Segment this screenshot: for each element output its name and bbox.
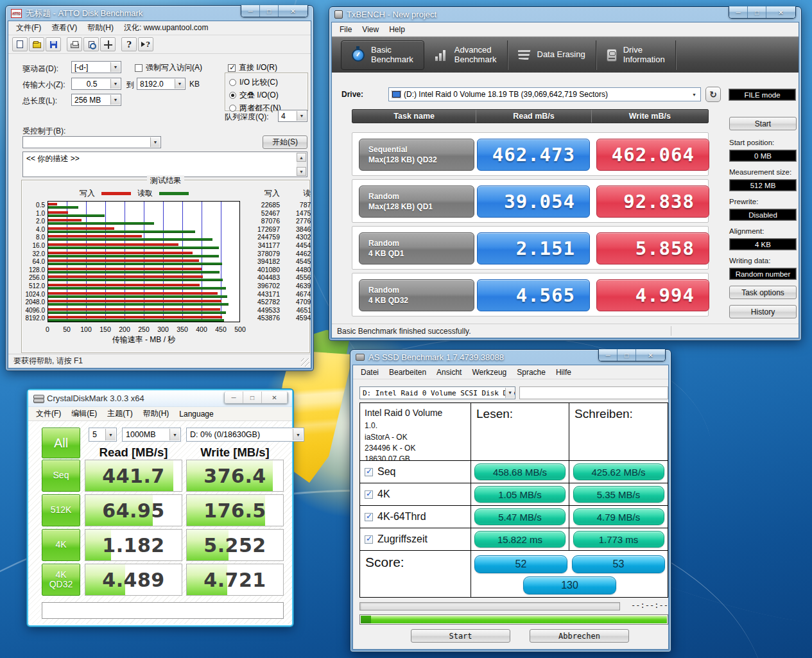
test-button-512k[interactable]: 512K (42, 494, 80, 526)
test-button-4k-qd32[interactable]: 4KQD32 (42, 564, 80, 596)
chart-row (48, 258, 239, 266)
menu-help[interactable]: 帮助(H) (82, 21, 119, 35)
total-score-badge: 130 (523, 576, 616, 594)
minimize-button[interactable]: ─ (599, 349, 618, 361)
transfer-size-label: 传输大小(Z): (22, 80, 65, 91)
controlled-by-combo[interactable]: ▼ (22, 136, 161, 148)
score-label: Score: (360, 551, 471, 597)
open-file-button[interactable] (29, 37, 44, 51)
transfer-to-combo[interactable]: 8192.0▼ (137, 78, 186, 90)
menu-language[interactable]: Sprache (512, 366, 551, 379)
close-button[interactable]: ✕ (766, 6, 795, 18)
print-preview-button[interactable] (83, 37, 99, 51)
menu-file[interactable]: 文件(F) (31, 406, 66, 421)
write-value: 443171 (239, 290, 280, 299)
drive-combo[interactable]: D: 0% (0/18630GB)▼ (186, 428, 304, 442)
start-button[interactable]: Start (411, 629, 510, 643)
run-all-button[interactable]: All (42, 428, 80, 458)
x-tick-label: 400 (196, 325, 207, 333)
close-button[interactable]: ✕ (279, 5, 307, 17)
test-button-seq[interactable]: Seq (42, 460, 80, 492)
checkbox-checked-icon[interactable] (365, 468, 373, 476)
write-value: 394182 (239, 257, 280, 266)
save-button[interactable] (46, 37, 61, 51)
description-box[interactable]: << 你的描述 >> ▲ ▼ (22, 152, 307, 177)
menu-help[interactable]: Help (384, 23, 410, 36)
comment-box[interactable] (42, 602, 284, 619)
task-options-button[interactable]: Task options (729, 286, 797, 299)
checkbox-checked-icon[interactable] (365, 513, 373, 521)
pan-button[interactable] (100, 37, 116, 51)
tab-drive-information[interactable]: DriveInformation (596, 40, 676, 70)
help-button[interactable] (121, 37, 137, 51)
cdm-titlebar[interactable]: CrystalDiskMark 3.0.3 x64 ─ □ ✕ (28, 390, 292, 407)
tab-basic-benchmark[interactable]: BasicBenchmark (341, 40, 424, 70)
menu-view[interactable]: 查看(V) (46, 21, 82, 35)
menu-file[interactable]: Datei (356, 366, 384, 379)
drive-select[interactable]: (D:) Intel Raid 0 Volume 18.19 TB (39,06… (388, 87, 701, 101)
start-benchmark-button[interactable]: Start (729, 117, 797, 130)
minimize-button[interactable]: ─ (729, 6, 748, 18)
drive-select[interactable]: D: Intel Raid 0 Volume SCSI Disk Dev▼ (359, 386, 515, 399)
checkbox-checked-icon[interactable] (365, 490, 373, 499)
queue-depth-combo[interactable]: 4▼ (278, 110, 307, 122)
maximize-button[interactable]: □ (243, 392, 262, 403)
menu-file[interactable]: File (334, 23, 357, 36)
drive-combo[interactable]: [-d-]▼ (71, 61, 121, 73)
maximize-button[interactable]: □ (748, 6, 766, 18)
read-value-badge: 15.822 ms (474, 531, 566, 548)
total-length-combo[interactable]: 256 MB▼ (71, 94, 121, 106)
print-button[interactable] (67, 37, 82, 51)
tab-data-erasing[interactable]: Data Erasing (508, 40, 596, 70)
menu-tools[interactable]: Werkzeug (467, 366, 512, 379)
chart-row (48, 282, 239, 291)
history-button[interactable]: History (729, 305, 797, 318)
txbench-titlebar[interactable]: TxBENCH - New project ─ □ ✕ (329, 7, 801, 22)
asssd-titlebar[interactable]: AS SSD Benchmark 1.7.4739.38088 ─ □ ✕ (350, 350, 671, 365)
scroll-down-icon[interactable]: ▼ (297, 167, 306, 176)
menu-language[interactable]: Language (174, 408, 218, 420)
menu-theme[interactable]: 主题(T) (102, 406, 137, 421)
start-button[interactable]: 开始(S) (263, 135, 307, 149)
minimize-button[interactable]: ─ (225, 392, 243, 403)
maximize-button[interactable]: □ (260, 5, 279, 17)
print-preview-icon (89, 41, 94, 48)
transfer-from-combo[interactable]: 0.5▼ (71, 78, 121, 90)
context-help-icon (141, 40, 150, 49)
chart-row (48, 234, 239, 242)
io-mode-radio[interactable]: 交叠 I/O(O) (229, 90, 304, 101)
close-button[interactable]: ✕ (262, 392, 288, 403)
open-folder-icon (33, 42, 41, 48)
checkbox-checked-icon[interactable] (365, 535, 373, 544)
description-scrollbar[interactable]: ▲ ▼ (297, 153, 306, 176)
io-mode-radio[interactable]: I/O 比较(C) (229, 77, 304, 88)
menu-view[interactable]: View (357, 23, 384, 36)
minimize-button[interactable]: ─ (241, 5, 260, 17)
menu-file[interactable]: 文件(F) (11, 21, 46, 35)
cancel-button[interactable]: Abbrechen (530, 629, 629, 643)
refresh-drives-button[interactable]: ↻ (705, 87, 721, 102)
status-text: Basic Benchmark finished successfully. (337, 327, 471, 336)
scroll-up-icon[interactable]: ▲ (297, 153, 306, 162)
menu-localization-link[interactable]: 汉化: www.upantool.com (119, 21, 213, 35)
test-count-combo[interactable]: 5▼ (89, 428, 117, 442)
context-help-button[interactable] (138, 37, 153, 51)
force-write-checkbox[interactable]: 强制写入访问(A) (135, 62, 202, 73)
asssd-client: D: Intel Raid 0 Volume SCSI Disk Dev▼ In… (353, 379, 668, 649)
atto-titlebar[interactable]: 无标题 - ATTO Disk Benchmark ─ □ ✕ (6, 6, 313, 21)
new-file-button[interactable] (12, 37, 28, 51)
task-name-button: Random4 KB QD32 (359, 279, 474, 311)
menu-help[interactable]: Hilfe (551, 366, 576, 379)
menu-edit[interactable]: 编辑(E) (66, 406, 102, 421)
tab-advanced-benchmark[interactable]: AdvancedBenchmark (425, 40, 508, 70)
test-size-combo[interactable]: 1000MB▼ (122, 428, 181, 442)
txbench-app-icon (334, 10, 343, 19)
menu-help[interactable]: 帮助(H) (138, 406, 175, 421)
menu-edit[interactable]: Bearbeiten (384, 366, 431, 379)
resize-grip[interactable] (301, 358, 309, 367)
close-button[interactable]: ✕ (636, 349, 665, 361)
maximize-button[interactable]: □ (618, 349, 636, 361)
direct-io-checkbox[interactable]: 直接 I/O(R) (228, 62, 277, 73)
test-button-4k[interactable]: 4K (42, 529, 80, 561)
menu-view[interactable]: Ansicht (431, 366, 467, 379)
